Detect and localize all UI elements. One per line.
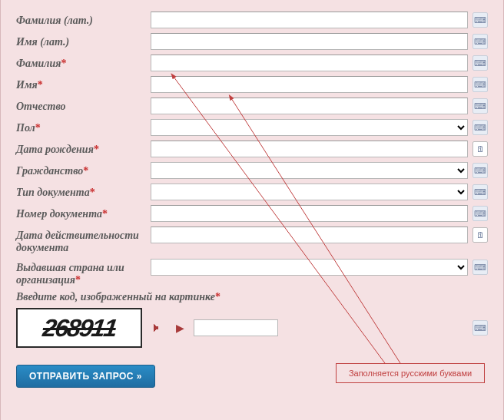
keyboard-icon[interactable]: ⌨ (472, 320, 488, 336)
captcha-row: 268911 🕨 ▶ ⌨ (16, 308, 488, 348)
keyboard-icon[interactable]: ⌨ (472, 206, 488, 221)
select-doc-type[interactable] (151, 184, 468, 200)
input-surname-lat[interactable] (151, 12, 468, 28)
input-doc-valid[interactable] (151, 227, 468, 243)
captcha-controls: 🕨 ▶ (150, 321, 184, 335)
label-patronymic: Отчество (16, 98, 151, 113)
select-citizenship[interactable] (151, 162, 468, 179)
label-surname: Фамилия* (16, 55, 151, 70)
label-doc-valid: Дата действительности документа (16, 227, 151, 254)
form-container: Фамилия (лат.) ⌨ Имя (лат.) ⌨ Фамилия* ⌨… (0, 0, 504, 420)
select-issuer[interactable] (151, 259, 468, 276)
row-doc-type: Тип документа* ⌨ (16, 184, 488, 200)
keyboard-icon[interactable]: ⌨ (472, 12, 488, 28)
label-birth-date: Дата рождения* (16, 141, 151, 156)
keyboard-icon[interactable]: ⌨ (472, 120, 488, 135)
calendar-icon[interactable]: 🗓 (472, 227, 488, 243)
input-surname[interactable] (151, 55, 468, 71)
label-surname-lat: Фамилия (лат.) (16, 12, 151, 27)
label-name-lat: Имя (лат.) (16, 33, 151, 48)
play-icon[interactable]: ▶ (176, 322, 184, 335)
row-surname-lat: Фамилия (лат.) ⌨ (16, 12, 488, 28)
label-captcha: Введите код, изображенный на картинке* (16, 291, 488, 303)
submit-button[interactable]: ОТПРАВИТЬ ЗАПРОС » (16, 365, 155, 388)
label-doc-type: Тип документа* (16, 184, 151, 199)
input-name-lat[interactable] (151, 33, 468, 50)
label-name: Имя* (16, 76, 151, 91)
keyboard-icon[interactable]: ⌨ (472, 34, 488, 49)
select-gender[interactable] (151, 119, 468, 136)
row-doc-valid: Дата действительности документа 🗓 (16, 227, 488, 254)
keyboard-icon[interactable]: ⌨ (472, 77, 488, 92)
label-issuer: Выдавшая страна или организация* (16, 259, 151, 286)
keyboard-icon[interactable]: ⌨ (472, 260, 488, 275)
row-doc-number: Номер документа* ⌨ (16, 205, 488, 222)
label-citizenship: Гражданство* (16, 162, 151, 177)
row-citizenship: Гражданство* ⌨ (16, 162, 488, 179)
keyboard-icon[interactable]: ⌨ (472, 55, 488, 71)
row-surname: Фамилия* ⌨ (16, 55, 488, 71)
row-gender: Пол* ⌨ (16, 119, 488, 136)
row-birth-date: Дата рождения* 🗓 (16, 141, 488, 157)
label-doc-number: Номер документа* (16, 205, 151, 220)
input-name[interactable] (151, 76, 468, 93)
keyboard-icon[interactable]: ⌨ (472, 184, 488, 200)
captcha-image: 268911 (16, 308, 142, 348)
input-birth-date[interactable] (151, 141, 468, 157)
keyboard-icon[interactable]: ⌨ (472, 163, 488, 178)
speaker-icon[interactable]: 🕨 (150, 321, 162, 335)
calendar-icon[interactable]: 🗓 (472, 141, 488, 157)
input-doc-number[interactable] (151, 205, 468, 222)
row-name-lat: Имя (лат.) ⌨ (16, 33, 488, 50)
captcha-code: 268911 (41, 314, 118, 342)
input-captcha[interactable] (194, 319, 278, 336)
annotation-note: Заполняется русскими буквами (336, 363, 485, 383)
input-patronymic[interactable] (151, 98, 468, 114)
keyboard-icon[interactable]: ⌨ (472, 98, 488, 114)
row-issuer: Выдавшая страна или организация* ⌨ (16, 259, 488, 286)
row-name: Имя* ⌨ (16, 76, 488, 93)
row-patronymic: Отчество ⌨ (16, 98, 488, 114)
label-gender: Пол* (16, 119, 151, 134)
